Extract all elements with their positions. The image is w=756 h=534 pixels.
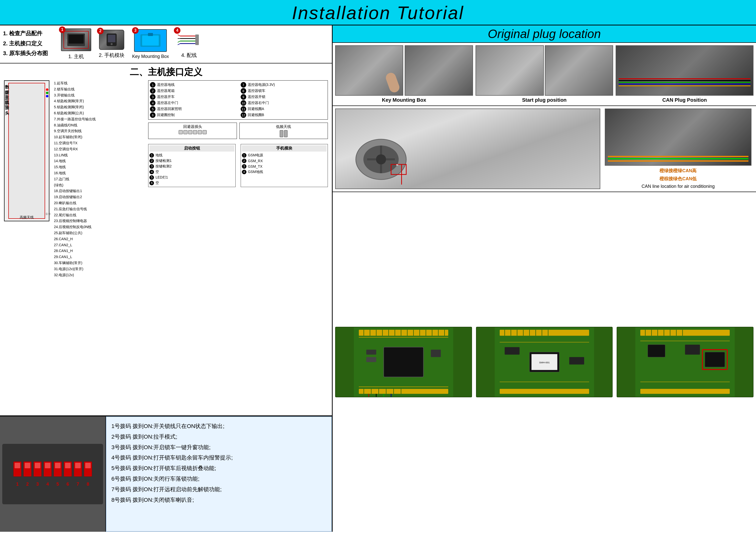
svg-line-18 <box>178 43 180 45</box>
car-interior-section: 橙绿接橙绿CAN高 橙棕接绿色CAN低 CAN line location fo… <box>333 106 756 192</box>
dip-text-line: 5号拨码 拨到ON:打开锁车后视镜折叠动能; <box>111 463 326 473</box>
pin-label: 遥控器尾箱 <box>157 89 175 93</box>
connector-title-2: 低频天线 <box>241 124 326 129</box>
svg-point-6 <box>111 43 113 45</box>
pin-label: 遥控器开车 <box>157 95 175 99</box>
step-1: 1. 检查产品配件 <box>3 28 59 38</box>
part-label-1: 1. 主机 <box>68 53 84 60</box>
part-phone: 2 2. 手机模块 <box>99 30 124 59</box>
start-table-row: 4空 <box>149 169 234 175</box>
part-badge-3: 3 <box>132 27 139 34</box>
part-key-box: 3 Key Mounting Box <box>132 29 169 59</box>
start-pin-label: 按键检测2 <box>155 164 172 169</box>
svg-text:SMH-001: SMH-001 <box>539 361 550 364</box>
start-pin-label: 按键检测1 <box>155 159 172 163</box>
parts-section: 1. 检查产品配件 2. 主机接口定义 3. 原车插头分布图 1 <box>0 25 332 64</box>
label-list: 1.起车线2.锁车输出线3.开锁输出线4.钥匙检测脚(常开)5.钥匙检测脚(常闭… <box>52 80 146 221</box>
pin-number: 7 <box>241 82 246 88</box>
part-main-unit: 1 1. 主机 <box>61 28 91 60</box>
phone-table-row: 3GSM_TX <box>242 164 327 169</box>
label-item: 26.CAN2_H <box>54 236 144 242</box>
label-item: 32.电源(12v) <box>54 272 144 278</box>
dip-text-section: 1号拨码 拨到ON:开关锁线只在ON状态下输出;2号拨码 拨到ON:拉手模式;3… <box>106 417 332 532</box>
dip-section: 1 2 3 4 5 6 7 8 1号拨码 拨到ON:开关锁线只在ON状态下输出;… <box>0 416 332 532</box>
pin-row: 12回避线圈B <box>241 112 326 118</box>
connector-title-1: 回避器插头 <box>150 124 235 129</box>
can-high-label: 橙绿接橙绿CAN高 <box>605 168 751 174</box>
svg-rect-0 <box>67 34 85 46</box>
label-item: 27.CAN2_L <box>54 242 144 248</box>
svg-rect-87 <box>648 345 665 357</box>
pcb-photo-3 <box>617 327 753 397</box>
pin-row: 6回避圈控制 <box>150 112 235 118</box>
svg-rect-79 <box>640 330 730 336</box>
can-low-label: 橙棕接绿色CAN低 <box>605 176 751 182</box>
start-pin-num: 2 <box>149 159 154 163</box>
part-label-4: 4. 配线 <box>181 52 197 59</box>
label-item: 18.启动按键输出1 <box>54 188 144 194</box>
pin-number: 6 <box>150 112 155 118</box>
phone-pin-label: GSM_TX <box>248 165 262 168</box>
dip-text-line: 7号拨码 拨到ON:打开远程启动前先解锁功能; <box>111 484 326 495</box>
svg-rect-61 <box>500 330 589 336</box>
key-mounting-label: Key Mounting Box <box>382 97 426 103</box>
pin-label: 遥控器开锁 <box>248 95 265 99</box>
pin-number: 12 <box>241 112 246 118</box>
pin-number: 2 <box>150 88 155 94</box>
svg-rect-5 <box>108 35 116 42</box>
start-table-row: 5LED灯1 <box>149 175 234 180</box>
start-table-row: 1地线 <box>149 153 234 158</box>
page-header: Installation Tutorial <box>0 0 756 25</box>
start-pin-num: 5 <box>149 175 154 180</box>
start-table-row: 6空 <box>149 180 234 186</box>
pin-number: 10 <box>241 100 246 106</box>
main-layout: 1. 检查产品配件 2. 主机接口定义 3. 原车插头分布图 1 <box>0 25 756 532</box>
svg-rect-77 <box>500 389 589 394</box>
label-item: 31.电源(12v)(常开) <box>54 266 144 272</box>
part-badge-1: 1 <box>59 26 66 33</box>
can-info-panel: 橙绿接橙绿CAN高 橙棕接绿色CAN低 CAN line location fo… <box>603 109 753 189</box>
svg-rect-73 <box>504 347 519 354</box>
phone-pin-num: 1 <box>242 153 246 158</box>
label-item: 17.边门线 <box>54 176 144 182</box>
label-item: 3.开锁输出线 <box>54 92 144 98</box>
label-item: 25.副车辅助(公共) <box>54 230 144 236</box>
label-item: 4.钥匙检测脚(常开) <box>54 98 144 104</box>
start-pin-label: 地线 <box>155 153 163 158</box>
pin-label: 回避线圈B <box>248 113 264 117</box>
pin-label: 遥控器右中门 <box>248 101 269 105</box>
svg-rect-47 <box>366 357 376 362</box>
phone-table-row: 4GSM地线 <box>242 169 327 175</box>
photo-can-plug <box>616 45 753 96</box>
svg-rect-14 <box>195 35 199 45</box>
start-table-row: 3按键检测2 <box>149 164 234 169</box>
label-item: 8.油撬线/ON线 <box>54 122 144 128</box>
parts-items: 1 1. 主机 2 <box>61 28 329 60</box>
svg-line-17 <box>178 41 180 42</box>
start-table-row: 2按键检测1 <box>149 158 234 164</box>
step-2: 2. 主机接口定义 <box>3 38 59 49</box>
svg-point-21 <box>376 154 386 165</box>
phone-pin-label: GSM电源 <box>248 153 263 158</box>
part-badge-2: 2 <box>97 28 104 34</box>
pin-number: 4 <box>150 100 155 106</box>
label-item: 14.地线 <box>54 158 144 164</box>
page-title: Installation Tutorial <box>0 3 756 23</box>
step-3: 3. 原车插头分布图 <box>3 48 59 59</box>
start-pin-label: 空 <box>155 170 159 174</box>
label-item: 29.CAN1_L <box>54 254 144 260</box>
photos-top: Key Mounting Box Start plug position <box>333 43 756 106</box>
pin-number: 11 <box>241 106 246 112</box>
left-panel: 1. 检查产品配件 2. 主机接口定义 3. 原车插头分布图 1 <box>0 25 333 532</box>
can-photo <box>605 109 751 166</box>
label-item: 6.钥匙检测脚(公共) <box>54 110 144 116</box>
interface-title: 二、主机接口定义 <box>4 66 328 78</box>
label-item: 30.车辆辅助(常开) <box>54 260 144 266</box>
pin-row: 4遥控器左中门 <box>150 100 235 106</box>
svg-rect-48 <box>431 349 441 357</box>
pcb-photo-2: SMH-001 <box>476 327 613 397</box>
pin-number: 5 <box>150 106 155 112</box>
right-header-title: Original plug location <box>488 27 601 40</box>
photo-key-mount-1 <box>335 45 403 96</box>
label-item: 10.起车辅助(常闭) <box>54 134 144 140</box>
